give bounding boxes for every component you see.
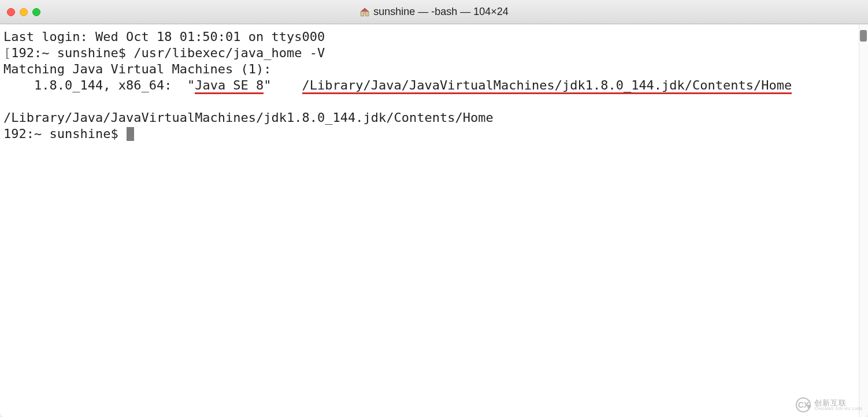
window-title-container: sunshine — -bash — 104×24 [359, 6, 509, 18]
zoom-button[interactable] [32, 8, 40, 16]
window-titlebar[interactable]: sunshine — -bash — 104×24 [0, 0, 868, 24]
watermark-main: 创新互联 [814, 399, 862, 407]
scrollbar-thumb[interactable] [860, 30, 867, 42]
jvm-prefix: 1.8.0_144, x86_64: " [3, 78, 195, 92]
cursor-icon [127, 127, 134, 141]
shell-prompt: 192:~ sunshine$ [11, 46, 133, 60]
terminal-line: /Library/Java/JavaVirtualMachines/jdk1.8… [3, 110, 494, 125]
watermark-logo-icon: CX [796, 397, 811, 412]
terminal-window: sunshine — -bash — 104×24 Last login: We… [0, 0, 868, 417]
close-button[interactable] [7, 8, 15, 16]
terminal-content[interactable]: Last login: Wed Oct 18 01:50:01 on ttys0… [0, 24, 859, 417]
shell-prompt: 192:~ sunshine$ [3, 126, 126, 141]
scrollbar-track[interactable] [859, 24, 868, 417]
quote-gap: " [264, 78, 302, 92]
home-icon [359, 7, 370, 17]
shell-command: /usr/libexec/java_home -V [133, 46, 325, 60]
terminal-line: Matching Java Virtual Machines (1): [3, 62, 272, 76]
traffic-lights [7, 8, 40, 16]
java-home-path: /Library/Java/JavaVirtualMachines/jdk1.8… [302, 78, 792, 94]
terminal-body: Last login: Wed Oct 18 01:50:01 on ttys0… [0, 24, 868, 417]
bracket-char: [ [3, 46, 11, 60]
terminal-line: Last login: Wed Oct 18 01:50:01 on ttys0… [3, 29, 325, 44]
minimize-button[interactable] [20, 8, 28, 16]
window-title: sunshine — -bash — 104×24 [373, 6, 509, 18]
watermark: CX 创新互联 CHUANG XIN HU LIAN [796, 397, 862, 412]
watermark-sub: CHUANG XIN HU LIAN [814, 407, 862, 411]
watermark-text: 创新互联 CHUANG XIN HU LIAN [814, 399, 862, 411]
java-se-label: Java SE 8 [195, 78, 264, 94]
